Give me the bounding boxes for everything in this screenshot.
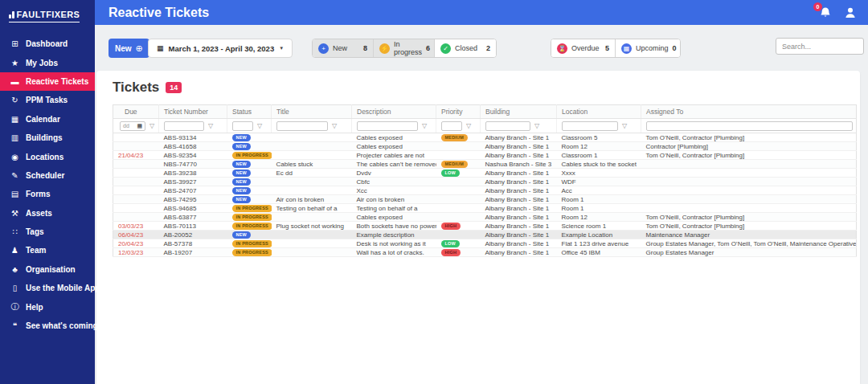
location-cell: Flat 1 123 drive avenue [557,239,641,248]
user-profile-icon[interactable] [844,6,857,19]
status-cell: NEW [227,195,272,204]
table-body: ABS-93134NEWCables exposedMEDIUMAlbany B… [113,133,857,257]
title-cell [272,151,352,160]
status-cell: NEW [227,142,272,151]
sidebar-item-organisation[interactable]: ♣Organisation [0,260,95,279]
filter-input-description[interactable] [357,121,418,131]
sidebar-item-ppm-tasks[interactable]: ↻PPM Tasks [0,91,95,109]
ticket-row[interactable]: ABS-93134NEWCables exposedMEDIUMAlbany B… [113,133,857,142]
sidebar-item-locations[interactable]: ◉Locations [0,147,95,165]
location-cell: Room 1 [557,195,641,204]
filter-funnel-icon[interactable]: ▽ [332,122,337,129]
column-header-building[interactable]: Building [481,105,557,119]
due-date-cell: 06/04/23 [113,231,159,239]
due-filter-overdue[interactable]: ⌛Overdue5 [551,39,616,57]
column-header-location[interactable]: Location [557,105,641,119]
ticket-row[interactable]: ABS-39927NEWCbfcAlbany Branch - Site 1WD… [113,178,857,186]
new-ticket-button[interactable]: New ⊕ [108,39,149,58]
filter-input-status[interactable] [232,121,253,131]
filter-input-title[interactable] [276,121,328,131]
priority-cell: LOW [436,169,481,178]
column-header-status[interactable]: Status [227,105,272,119]
column-header-priority[interactable]: Priority [436,105,481,119]
sidebar-item-my-jobs[interactable]: ★My Jobs [0,53,95,71]
sidebar-item-calendar[interactable]: ▦Calendar [0,110,95,129]
date-range-picker[interactable]: ▦ March 1, 2023 - April 30, 2023 ▼ [148,39,293,58]
ticket-row[interactable]: 20/04/23AB-57378IN PROGRESSDesk is not w… [113,239,857,248]
filter-funnel-icon[interactable]: ▽ [422,122,427,129]
filter-funnel-icon[interactable]: ▽ [622,122,627,129]
sidebar-item-assets[interactable]: ⚒Assets [0,204,95,223]
ticket-row[interactable]: ABS-94685IN PROGRESSTesting on behalf of… [113,204,857,213]
ticket-row[interactable]: ABS-63877IN PROGRESSCables exposedAlbany… [113,213,857,222]
sidebar-item-buildings[interactable]: ▥Buildings [0,129,95,147]
filter-input-location[interactable] [562,121,618,131]
in-progress-badge: IN PROGRESS [232,240,272,247]
sidebar-item-forms[interactable]: ▤Forms [0,185,95,203]
filter-input-priority[interactable] [441,121,462,131]
in-progress-badge: IN PROGRESS [232,152,272,159]
filter-input-assigned-to[interactable] [646,121,853,131]
status-filter-new[interactable]: +New8 [313,39,374,57]
status-cell: IN PROGRESS [227,248,272,257]
ticket-row[interactable]: ABS-39238NEWEc ddDvdvLOWAlbany Branch - … [113,169,857,178]
filter-label: New [333,44,347,52]
sidebar-item-team[interactable]: ♟Team [0,241,95,259]
lightning-circle-icon: ⚡ [379,43,390,54]
ticket-number-cell: AB-20052 [159,231,227,239]
filter-label: Closed [455,44,477,52]
ticket-row[interactable]: 12/03/23AB-19207IN PROGRESSWall has a lo… [113,248,857,257]
due-filter-upcoming[interactable]: ▦Upcoming0 [616,39,680,57]
column-header-description[interactable]: Description [352,105,436,119]
ticket-icon: ▬ [10,77,20,86]
sidebar-item-dashboard[interactable]: ⊞Dashboard [0,35,95,53]
building-cell: Albany Branch - Site 1 [481,151,557,160]
due-date-filter-input[interactable]: dd▦ [120,121,145,131]
filter-funnel-icon[interactable]: ▽ [257,122,262,129]
status-cell: IN PROGRESS [227,151,272,160]
sidebar-item-use-the-mobile-app[interactable]: ▯Use the Mobile App [0,279,95,297]
app-logo[interactable]: FAULTFIXERS [0,0,95,27]
ticket-row[interactable]: 21/04/23ABS-92354IN PROGRESSProjecter ca… [113,151,857,160]
sidebar-item-reactive-tickets[interactable]: ▬Reactive Tickets [0,72,95,91]
sidebar-item-label: Reactive Tickets [26,77,88,86]
status-filter-in-progress[interactable]: ⚡In progress6 [374,39,435,57]
sidebar-item-help[interactable]: ⓘHelp [0,297,95,316]
ticket-number-cell: ABS-92354 [159,151,227,160]
ticket-row[interactable]: 06/04/23AB-20052NEWExample descriptionAl… [113,231,857,239]
notifications-bell-icon[interactable]: 0 [819,6,832,19]
search-input[interactable] [776,38,864,55]
ticket-row[interactable]: ABS-41658NEWCables exposedAlbany Branch … [113,142,857,151]
ticket-number-cell: ABS-39927 [159,178,227,186]
ticket-number-cell: ABS-93134 [159,133,227,142]
ticket-row[interactable]: 03/03/23ABS-70113IN PROGRESSPlug socket … [113,222,857,231]
building-cell: Albany Branch - Site 1 [481,239,557,248]
filter-input-building[interactable] [485,121,530,131]
filter-cell-location: ▽ [557,119,641,133]
title-cell: Testing on behalf of a [272,204,352,213]
column-header-ticket-number[interactable]: Ticket Number [159,105,227,119]
ticket-row[interactable]: ABS-74295NEWAir con is brokenAir con is … [113,195,857,204]
filter-funnel-icon[interactable]: ▽ [466,122,471,129]
sidebar-item-see-what-s-coming[interactable]: ❝See what's coming [0,317,95,335]
filter-funnel-icon[interactable]: ▽ [149,122,154,129]
ticket-row[interactable]: ABS-24707NEWXccAlbany Branch - Site 1Acc [113,186,857,195]
column-header-due[interactable]: Due [113,105,159,119]
status-filter-closed[interactable]: ✓Closed2 [435,39,496,57]
sidebar-item-label: Scheduler [26,171,64,180]
calendar-icon: ▦ [157,44,164,52]
column-header-title[interactable]: Title [272,105,352,119]
filter-input-ticket-number[interactable] [164,121,204,131]
filter-funnel-icon[interactable]: ▽ [208,122,213,129]
status-cell: IN PROGRESS [227,213,272,222]
title-cell [272,213,352,222]
location-cell: Cables stuck to the socket [557,160,641,169]
description-cell: Dvdv [352,169,436,178]
column-header-assigned-to[interactable]: Assigned To [641,105,857,119]
ticket-row[interactable]: NBS-74770NEWCables stuckThe cables can’t… [113,160,857,169]
description-cell: Example description [352,231,436,239]
filter-funnel-icon[interactable]: ▽ [534,122,539,129]
sidebar-item-scheduler[interactable]: ✎Scheduler [0,166,95,185]
in-progress-badge: IN PROGRESS [232,214,272,221]
sidebar-item-tags[interactable]: ∷Tags [0,223,95,241]
